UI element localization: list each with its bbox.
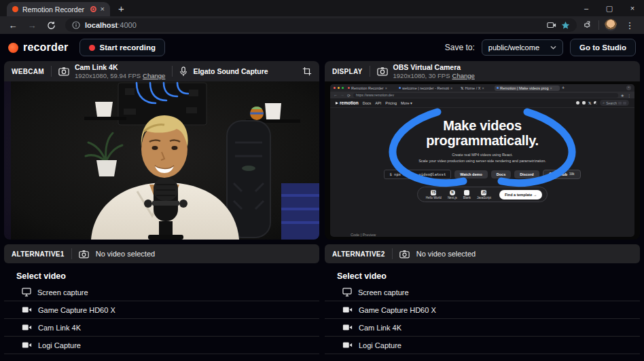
media-capture-icon[interactable] xyxy=(547,21,556,29)
select-video-item[interactable]: Cam Link 4K xyxy=(4,319,319,337)
app-logo: recorder xyxy=(8,41,69,54)
browser-tab[interactable]: Remotion Recorder × xyxy=(7,2,110,16)
display-device[interactable]: OBS Virtual Camera 1920x1080, 30 FPSChan… xyxy=(377,63,475,80)
camera-icon xyxy=(399,250,410,259)
profile-avatar[interactable] xyxy=(605,19,617,31)
maximize-button[interactable]: ▢ xyxy=(598,0,621,16)
webcam-device-specs: 1920x1080, 59.94 FPSChange xyxy=(75,72,165,80)
back-icon[interactable]: ← xyxy=(5,18,20,33)
display-device-specs: 1920x1080, 30 FPSChange xyxy=(393,72,475,80)
alternative2-label: ALTERNATIVE2 xyxy=(332,250,385,258)
new-tab-button[interactable]: + xyxy=(118,3,124,14)
browser-toolbar: ← → localhost:4000 ⋮ xyxy=(0,16,644,34)
recorder-logo-icon xyxy=(8,43,18,53)
close-button[interactable]: × xyxy=(621,0,644,16)
mini-tab-search-icon: ˇ xyxy=(626,86,631,90)
select-video-item[interactable]: Game Capture HD60 X xyxy=(325,301,640,319)
display-panel-header: DISPLAY OBS Virtual Camera 1920x1080, 30… xyxy=(325,61,640,81)
forward-icon[interactable]: → xyxy=(24,18,39,33)
remotion-favicon-icon xyxy=(12,6,18,12)
display-video-preview: Remotion Recorder× welcome | recorder - … xyxy=(325,81,640,240)
browser-chrome: Remotion Recorder × + – ▢ × ← → localhos… xyxy=(0,0,644,34)
window-controls: – ▢ × xyxy=(575,0,644,16)
webcam-video-preview xyxy=(4,81,319,240)
crop-icon[interactable] xyxy=(302,66,312,76)
x-icon: 𝕏 xyxy=(588,101,591,105)
remotion-site-screenshot: Remotion Recorder× welcome | recorder - … xyxy=(330,84,634,237)
select-video-heading: Select video xyxy=(16,271,319,281)
mini-site-nav: remotion Docs API Pricing More ▾ 𝕏 ⌕Sear… xyxy=(330,98,634,108)
extensions-icon[interactable] xyxy=(584,20,593,30)
save-target-select[interactable]: public/welcome xyxy=(482,39,563,56)
select-video-list: Screen capture Game Capture HD60 X Cam L… xyxy=(4,284,319,354)
mini-address: https://www.remotion.dev xyxy=(353,93,618,98)
reload-icon[interactable] xyxy=(43,18,58,33)
alternative2-status: No video selected xyxy=(416,250,476,258)
video-camera-icon xyxy=(22,324,32,331)
monitor-icon xyxy=(342,288,352,297)
video-camera-icon xyxy=(22,306,32,314)
site-info-icon[interactable] xyxy=(72,21,80,29)
select-video-list: Screen capture Game Capture HD60 X Cam L… xyxy=(325,284,640,354)
video-camera-icon xyxy=(342,341,353,349)
select-video-item[interactable]: Cam Link 4K xyxy=(325,319,640,337)
go-to-studio-button[interactable]: Go to Studio xyxy=(570,39,636,56)
alternative1-status: No video selected xyxy=(96,250,155,258)
video-camera-icon xyxy=(22,341,32,349)
mini-tab-strip: Remotion Recorder× welcome | recorder - … xyxy=(330,84,634,92)
toolbar-right: ⋮ xyxy=(584,18,639,33)
code-preview-toggle: Code | Preview xyxy=(351,233,376,237)
alternative2-bar: ALTERNATIVE2 No video selected xyxy=(325,244,640,263)
mini-hero: Make videosprogrammatically. Create real… xyxy=(330,108,634,237)
webcam-change-link[interactable]: Change xyxy=(143,72,165,79)
remotion-brand: remotion xyxy=(336,100,359,105)
tab-close-icon[interactable]: × xyxy=(101,5,105,13)
app-title: recorder xyxy=(23,41,69,54)
webcam-label: WEBCAM xyxy=(12,68,44,75)
tab-strip: Remotion Recorder × + – ▢ × xyxy=(0,0,644,16)
record-dot-icon xyxy=(89,45,95,51)
url-text: localhost:4000 xyxy=(85,21,137,29)
chevron-down-icon xyxy=(550,45,556,50)
github-icon xyxy=(576,101,579,104)
tab-title: Remotion Recorder xyxy=(22,5,86,14)
select-video-item[interactable]: Game Capture HD60 X xyxy=(4,301,319,319)
display-change-link[interactable]: Change xyxy=(452,72,475,79)
bookmark-star-icon[interactable] xyxy=(561,21,570,30)
save-to-label: Save to: xyxy=(445,43,475,52)
webcam-mic-device[interactable]: Elgato Sound Capture xyxy=(179,66,268,77)
camera-icon xyxy=(58,66,69,76)
select-video-item[interactable]: Screen capture xyxy=(325,284,640,301)
mini-search: ⌕Search xyxy=(600,100,629,106)
header-right: Save to: public/welcome Go to Studio xyxy=(445,39,636,56)
video-camera-icon xyxy=(342,306,353,314)
display-label: DISPLAY xyxy=(332,68,363,75)
app-header: recorder Start recording Save to: public… xyxy=(0,34,644,61)
webcam-panel-header: WEBCAM Cam Link 4K 1920x1080, 59.94 FPSC… xyxy=(4,61,319,81)
recording-indicator-icon xyxy=(90,6,96,12)
toolbar-separator xyxy=(598,20,599,30)
blue-brush-arcs xyxy=(330,108,634,237)
select-video-item[interactable]: Screen capture xyxy=(4,284,319,301)
microphone-icon xyxy=(179,66,187,77)
webcam-panel: WEBCAM Cam Link 4K 1920x1080, 59.94 FPSC… xyxy=(4,61,319,240)
webcam-device[interactable]: Cam Link 4K 1920x1080, 59.94 FPSChange xyxy=(58,63,165,80)
select-video-item[interactable]: Logi Capture xyxy=(4,337,319,354)
video-camera-icon xyxy=(342,324,353,331)
monitor-icon xyxy=(22,288,31,297)
display-panel: DISPLAY OBS Virtual Camera 1920x1080, 30… xyxy=(325,61,640,240)
recorder-app: recorder Start recording Save to: public… xyxy=(0,34,644,361)
select-video-heading: Select video xyxy=(337,271,640,281)
minimize-button[interactable]: – xyxy=(575,0,598,16)
address-bar[interactable]: localhost:4000 xyxy=(65,18,577,32)
display-device-name: OBS Virtual Camera xyxy=(393,63,475,72)
browser-menu-icon[interactable]: ⋮ xyxy=(622,18,637,33)
camera-icon xyxy=(377,66,388,76)
mini-toolbar: ←→⟳ https://www.remotion.dev ★⋮ xyxy=(330,92,634,98)
webcam-device-name: Cam Link 4K xyxy=(75,63,165,72)
mic-device-name: Elgato Sound Capture xyxy=(193,67,268,75)
camera-icon xyxy=(79,250,89,259)
select-video-item[interactable]: Logi Capture xyxy=(325,337,640,354)
discord-icon xyxy=(582,101,586,104)
start-recording-button[interactable]: Start recording xyxy=(79,39,165,56)
